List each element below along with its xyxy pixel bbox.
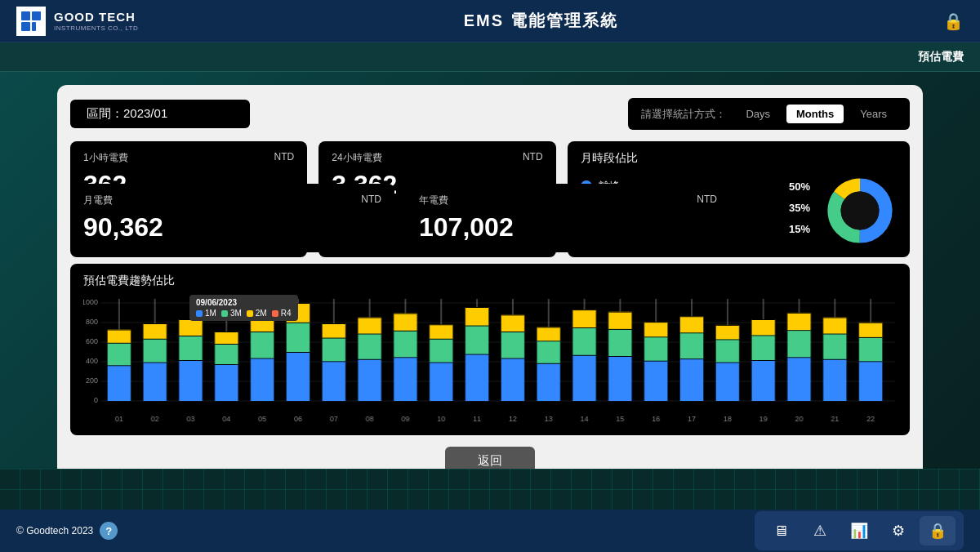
stat-unit-monthly: NTD [361,194,381,207]
footer: © Goodtech 2023 ? 🖥 ⚠ 📊 ⚙ 🔒 [0,510,980,552]
logo: GOOD TECH INSTRUMENTS CO., LTD [16,7,138,36]
stat-unit-1h: NTD [274,151,295,165]
page-title: EMS 電能管理系統 [464,10,618,32]
chart-area: 1000 800 600 400 200 0 [83,295,897,425]
donut-title: 月時段佔比 [581,151,897,166]
stat-label-monthly: 月電費 [83,194,113,207]
logo-sub: INSTRUMENTS CO., LTD [54,24,138,33]
top-controls: 區間：2023/01 請選擇統計方式： Days Months Years [70,98,910,130]
svg-rect-2 [21,22,30,31]
tooltip-dot-2 [247,310,253,317]
logo-text: GOOD TECH INSTRUMENTS CO., LTD [54,10,138,33]
logo-main: GOOD TECH [54,10,138,24]
nav-btn-alert[interactable]: ⚠ [802,516,838,545]
tooltip-item-1: 3M [221,309,242,318]
stat-label-24h: 24小時電費 [332,151,381,165]
copyright: © Goodtech 2023 [16,525,93,536]
tooltip-label-2: 2M [256,309,267,318]
nav-btn-settings[interactable]: ⚙ [880,516,916,545]
stat-unit-24h: NTD [523,151,543,165]
tooltip-item-0: 1M [196,309,216,318]
tooltip-dot-3 [272,310,278,317]
period-btn-days[interactable]: Days [736,105,780,123]
bar-panel-title: 預估電費趨勢估比 [83,274,897,288]
stat-value-yearly: 107,002 [419,212,717,243]
donut-chart [823,174,897,247]
svg-rect-3 [32,22,36,31]
tooltip-label-1: 3M [230,309,242,318]
period-prompt: 請選擇統計方式： [641,107,726,122]
footer-nav: 🖥 ⚠ 📊 ⚙ 🔒 [755,511,964,550]
svg-rect-1 [32,11,41,20]
stat-label-1h: 1小時電費 [83,151,128,165]
legend-pct-0: 50% [789,180,810,193]
footer-left: © Goodtech 2023 ? [16,522,118,540]
tooltip-label-3: R4 [281,309,292,318]
dashboard-panel: 區間：2023/01 請選擇統計方式： Days Months Years 1小… [57,85,923,488]
svg-rect-0 [21,11,30,20]
nav-btn-chart[interactable]: 📊 [841,516,877,545]
stat-card-yearly: 年電費 NTD 107,002 [406,184,730,252]
sub-header: 預估電費 [0,42,980,72]
tooltip-dot-1 [221,310,228,317]
period-selector: 請選擇統計方式： Days Months Years [628,98,910,130]
stat-card-monthly: 月電費 NTD 90,362 [70,184,394,252]
period-btn-years[interactable]: Years [850,105,897,123]
tooltip-date: 09/06/2023 [196,298,292,307]
lock-icon: 🔒 [943,11,964,31]
grid-bg [0,469,980,510]
tooltip-item-2: 2M [247,309,267,318]
stat-label-yearly: 年電費 [419,194,448,207]
tooltip-items: 1M 3M 2M R4 [196,309,292,318]
tooltip-dot-0 [196,310,203,317]
svg-point-7 [841,192,880,230]
logo-icon [16,7,46,36]
help-button[interactable]: ? [100,522,118,540]
nav-btn-lock[interactable]: 🔒 [920,516,956,545]
bar-panel: 預估電費趨勢估比 1000 800 600 400 200 0 [70,264,910,435]
stat-value-monthly: 90,362 [83,212,381,243]
legend-pct-2: 15% [789,223,810,235]
nav-btn-monitor[interactable]: 🖥 [763,516,799,545]
tooltip-item-3: R4 [272,309,292,318]
stat-unit-yearly: NTD [697,194,717,207]
chart-tooltip: 09/06/2023 1M 3M 2M [189,295,298,321]
period-btn-months[interactable]: Months [786,105,844,123]
date-selector[interactable]: 區間：2023/01 [70,100,250,128]
main-content: 區間：2023/01 請選擇統計方式： Days Months Years 1小… [0,72,980,510]
header: GOOD TECH INSTRUMENTS CO., LTD EMS 電能管理系… [0,0,980,42]
legend-pct-1: 35% [789,202,810,214]
sub-header-label: 預估電費 [918,50,964,65]
tooltip-label-0: 1M [205,309,216,318]
